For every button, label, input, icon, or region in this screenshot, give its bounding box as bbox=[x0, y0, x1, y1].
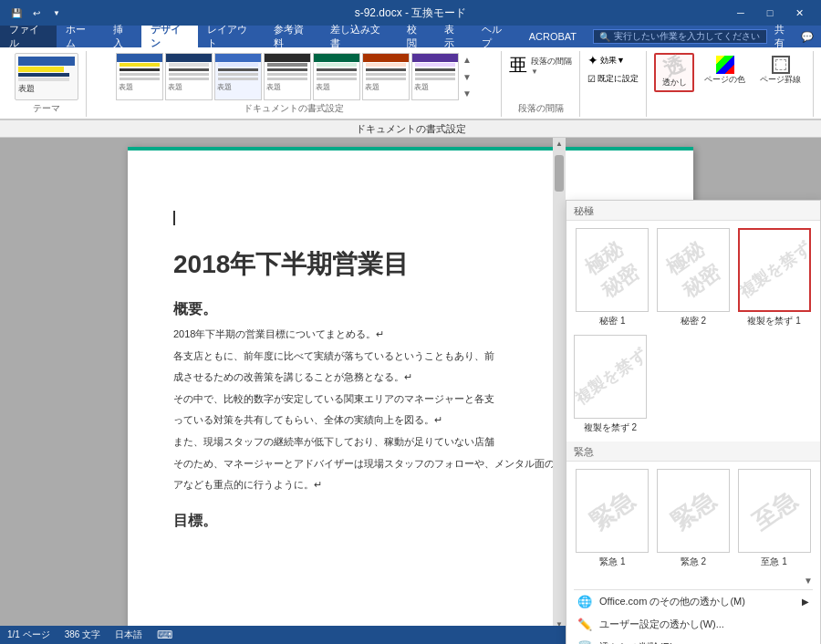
style-thumb-2[interactable]: 表題 bbox=[165, 53, 213, 100]
watermark-label-fukusei2: 複製を禁ず 2 bbox=[584, 421, 637, 434]
watermark-item-himitsu1[interactable]: 極秘秘密 秘密 1 bbox=[574, 228, 651, 327]
minimize-button[interactable]: ─ bbox=[726, 0, 755, 26]
style-thumb-5[interactable]: 表題 bbox=[313, 53, 360, 100]
effects-btn[interactable]: ✦ 効果▼ bbox=[587, 53, 625, 68]
watermark-label-himitsu2: 秘密 2 bbox=[681, 315, 706, 327]
docformat-group-label: ドキュメントの書式設定 bbox=[244, 100, 344, 115]
watermark-thumb-kinkyuu2: 緊急 bbox=[657, 469, 730, 553]
save-icon[interactable]: 💾 bbox=[7, 4, 26, 22]
scroll-thumb[interactable] bbox=[555, 155, 564, 192]
status-page: 1/1 ページ bbox=[7, 628, 50, 641]
menu-label-delete: 透かしの削除(R) bbox=[599, 640, 673, 644]
ribbon-content: 表題 テーマ 表題 bbox=[0, 47, 821, 119]
tab-help[interactable]: ヘルプ bbox=[473, 26, 520, 47]
tab-review[interactable]: 校閲 bbox=[398, 26, 435, 47]
page-color-icon bbox=[716, 56, 734, 74]
watermark-item-himitsu2[interactable]: 極秘秘密 秘密 2 bbox=[655, 228, 733, 327]
ribbon-group-watermark: 透 透かし ページの色 ページ罫線 bbox=[647, 51, 814, 117]
style-thumb-6[interactable]: 表題 bbox=[362, 53, 410, 100]
tab-mailings[interactable]: 差し込み文書 bbox=[321, 26, 397, 47]
watermark-dropdown-panel: 秘極 極秘秘密 秘密 1 極秘秘密 秘密 2 複製を禁ず 複製を禁ず 1 bbox=[566, 200, 821, 644]
panel-section-himitsu: 秘極 bbox=[566, 201, 820, 221]
tab-file[interactable]: ファイル bbox=[0, 26, 57, 47]
watermark-button[interactable]: 透 透かし bbox=[654, 53, 694, 92]
menu-label-custom: ユーザー設定の透かし(W)... bbox=[599, 618, 724, 631]
ribbon-group-effects: ✦ 効果▼ ☑ 既定に設定 bbox=[580, 51, 647, 117]
comments-icon[interactable]: 💬 bbox=[801, 31, 814, 43]
menu-item-delete[interactable]: 🗑️ 透かしの削除(R) bbox=[566, 636, 820, 644]
watermark-text-fukusei1: 複製を禁ず bbox=[738, 237, 811, 302]
page-border-label: ページ罫線 bbox=[760, 74, 801, 86]
menu-item-office[interactable]: 🌐 Office.com のその他の透かし(M) ▶ bbox=[566, 590, 820, 613]
watermark-content: 透 透かし ページの色 ページ罫線 bbox=[654, 53, 805, 113]
watermark-text-kinkyuu1: 緊急 bbox=[584, 484, 641, 537]
tab-design[interactable]: デザイン bbox=[141, 26, 198, 47]
watermark-item-kinkyuu1[interactable]: 緊急 緊急 1 bbox=[574, 469, 651, 568]
style-thumb-4[interactable]: 表題 bbox=[264, 53, 311, 100]
spacing-dropdown[interactable]: 亜 段落の間隔 ▼ bbox=[509, 53, 572, 78]
keyboard-icon: ⌨ bbox=[157, 628, 172, 641]
tab-home[interactable]: ホーム bbox=[57, 26, 104, 47]
status-left: 1/1 ページ 386 文字 日本語 ⌨ bbox=[7, 628, 172, 641]
status-words: 386 文字 bbox=[65, 628, 100, 641]
watermark-thumb-himitsu2: 極秘秘密 bbox=[657, 228, 730, 312]
watermark-thumb-himitsu1: 極秘秘密 bbox=[576, 228, 649, 312]
ribbon-group-docformat: 表題 表題 表題 bbox=[87, 51, 502, 117]
watermark-item-fukusei2[interactable]: 複製を禁ず 複製を禁ず 2 bbox=[574, 335, 647, 434]
themes-group-label: テーマ bbox=[33, 100, 60, 115]
search-box[interactable]: 🔍 実行したい作業を入力してください bbox=[593, 29, 767, 44]
style-thumb-1[interactable]: 表題 bbox=[116, 53, 163, 100]
themes-button[interactable]: 表題 bbox=[15, 53, 78, 100]
watermark-thumb-fukusei2: 複製を禁ず bbox=[574, 335, 647, 419]
menu-item-custom[interactable]: ✏️ ユーザー設定の透かし(W)... bbox=[566, 613, 820, 636]
style-nav[interactable]: ▲ ▼ ▼ bbox=[462, 53, 472, 100]
window-controls: ─ □ ✕ bbox=[726, 0, 814, 26]
default-btn[interactable]: ☑ 既定に設定 bbox=[587, 73, 639, 85]
page-border-button[interactable]: ページ罫線 bbox=[755, 53, 805, 88]
tab-layout[interactable]: レイアウト bbox=[198, 26, 265, 47]
tab-insert[interactable]: 挿入 bbox=[104, 26, 141, 47]
themes-content: 表題 bbox=[15, 53, 78, 100]
watermark-label-himitsu1: 秘密 1 bbox=[599, 315, 625, 327]
undo-icon[interactable]: ↩ bbox=[27, 4, 46, 22]
menu-label-office: Office.com のその他の透かし(M) bbox=[599, 595, 745, 608]
watermark-item-kinkyuu2[interactable]: 緊急 緊急 2 bbox=[655, 469, 733, 568]
style-thumb-3[interactable]: 表題 bbox=[214, 53, 262, 100]
maximize-button[interactable]: □ bbox=[755, 0, 785, 26]
share-button[interactable]: 共有 bbox=[774, 23, 794, 50]
scroll-up[interactable]: ▲ bbox=[556, 140, 563, 148]
tab-acrobat[interactable]: ACROBAT bbox=[520, 26, 586, 47]
effects-content: ✦ 効果▼ ☑ 既定に設定 bbox=[587, 53, 639, 113]
tab-references[interactable]: 参考資料 bbox=[265, 26, 321, 47]
watermark-thumb-shikyuu1: 至急 bbox=[738, 469, 811, 553]
close-button[interactable]: ✕ bbox=[785, 0, 814, 26]
title-bar: 💾 ↩ ▼ s-92.docx - 互換モード ─ □ ✕ bbox=[0, 0, 821, 26]
status-lang: 日本語 bbox=[115, 628, 142, 641]
ribbon-group-spacing: 亜 段落の間隔 ▼ 段落の間隔 bbox=[502, 51, 580, 117]
tab-view[interactable]: 表示 bbox=[435, 26, 473, 47]
ribbon-tab-bar: ファイル ホーム 挿入 デザイン レイアウト 参考資料 差し込み文書 校閲 表示… bbox=[0, 26, 821, 47]
dropdown-icon[interactable]: ▼ bbox=[47, 4, 66, 22]
panel-section-kinkyuu: 緊急 bbox=[566, 441, 820, 462]
quick-access-toolbar: 💾 ↩ ▼ bbox=[7, 4, 66, 22]
search-icon: 🔍 bbox=[599, 32, 610, 42]
main-area: 2018年下半期営業目 概要。 2018年下半期の営業目標についてまとめる。↵ … bbox=[0, 138, 821, 630]
watermark-label-shikyuu1: 至急 1 bbox=[761, 556, 786, 568]
watermark-label-kinkyuu1: 緊急 1 bbox=[599, 556, 625, 568]
ribbon-group-themes: 表題 テーマ bbox=[7, 51, 87, 117]
panel-grid-himitsu: 極秘秘密 秘密 1 極秘秘密 秘密 2 複製を禁ず 複製を禁ず 1 bbox=[566, 221, 820, 335]
spacing-label: 段落の間隔 bbox=[518, 100, 564, 115]
theme-name-label: 表題 bbox=[18, 83, 35, 95]
page-color-button[interactable]: ページの色 bbox=[700, 53, 750, 88]
watermark-text-fukusei2: 複製を禁ず bbox=[574, 344, 647, 409]
submenu-arrow: ▶ bbox=[802, 597, 809, 607]
scrollbar[interactable]: ▲ ▼ bbox=[553, 138, 566, 630]
panel-more-indicator: ▼ bbox=[566, 576, 820, 589]
office-icon: 🌐 bbox=[577, 595, 592, 608]
watermark-item-shikyuu1[interactable]: 至急 至急 1 bbox=[735, 469, 813, 568]
page-color-label: ページの色 bbox=[704, 74, 745, 86]
style-thumb-7[interactable]: 表題 bbox=[411, 53, 459, 100]
custom-icon: ✏️ bbox=[577, 618, 592, 631]
docformat-content: 表題 表題 表題 bbox=[116, 53, 472, 100]
watermark-item-fukusei1[interactable]: 複製を禁ず 複製を禁ず 1 bbox=[735, 228, 813, 327]
